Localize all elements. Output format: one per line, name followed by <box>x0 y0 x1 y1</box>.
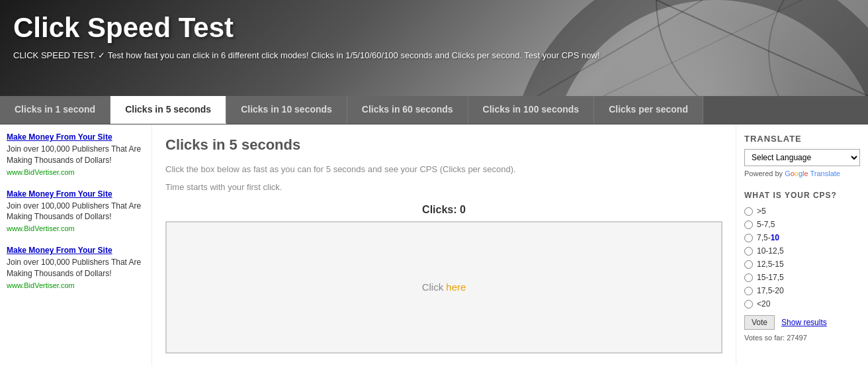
vote-button[interactable]: Vote <box>744 315 775 330</box>
page-title: Click Speed Test <box>13 12 855 44</box>
cps-option-7-10: 7,5-10 <box>744 233 860 242</box>
tab-5s[interactable]: Clicks in 5 seconds <box>110 96 226 124</box>
powered-by: Powered by Google Translate <box>744 170 860 177</box>
cps-option-12-15-label: 12,5-15 <box>757 260 784 269</box>
click-box[interactable]: Click here <box>165 221 722 354</box>
translate-label: TRANSLATE <box>744 134 860 144</box>
cps-radio-10-12[interactable] <box>744 247 753 256</box>
ad-url-2: www.BidVertiser.com <box>7 224 145 232</box>
translate-section: TRANSLATE Select Language Powered by Goo… <box>744 134 860 177</box>
cps-option-15-17-label: 15-17,5 <box>757 273 784 282</box>
google-logo: Google <box>785 170 810 177</box>
header-subtitle: CLICK SPEED TEST. ✓ Test how fast you ca… <box>13 50 855 60</box>
cps-option-lt20: <20 <box>744 299 860 309</box>
ad-link-2[interactable]: Make Money From Your Site <box>7 189 145 199</box>
content-desc-1: Click the box below as fast as you can f… <box>165 163 722 177</box>
page-header: Click Speed Test CLICK SPEED TEST. ✓ Tes… <box>0 0 868 96</box>
tab-100s[interactable]: Clicks in 100 seconds <box>468 96 595 124</box>
cps-option-5-7: 5-7,5 <box>744 220 860 229</box>
show-results-link[interactable]: Show results <box>781 318 827 327</box>
cps-radio-15-17[interactable] <box>744 273 753 282</box>
ad-block-1: Make Money From Your Site Join over 100,… <box>7 132 145 176</box>
cps-label: WHAT IS YOUR CPS? <box>744 191 860 200</box>
cps-radio-5-7[interactable] <box>744 220 753 229</box>
cps-option-15-17: 15-17,5 <box>744 273 860 282</box>
ad-link-1[interactable]: Make Money From Your Site <box>7 132 145 142</box>
cps-option-10-12-label: 10-12,5 <box>757 246 784 256</box>
cps-section: WHAT IS YOUR CPS? >5 5-7,5 7,5-10 10-12,… <box>744 191 860 342</box>
ad-block-2: Make Money From Your Site Join over 100,… <box>7 189 145 233</box>
nav-tabs: Clicks in 1 second Clicks in 5 seconds C… <box>0 96 868 124</box>
cps-option-17-20-label: 17,5-20 <box>757 286 784 295</box>
cps-radio-12-15[interactable] <box>744 260 753 269</box>
cps-option-17-20: 17,5-20 <box>744 286 860 295</box>
click-here-link: here <box>446 281 466 293</box>
tab-1s[interactable]: Clicks in 1 second <box>0 96 110 124</box>
vote-row: Vote Show results <box>744 315 860 330</box>
sidebar-right: TRANSLATE Select Language Powered by Goo… <box>736 124 868 365</box>
cps-option-7-10-label: 7,5-10 <box>757 233 779 242</box>
main-content: Clicks in 5 seconds Click the box below … <box>152 124 736 365</box>
clicks-counter: Clicks: 0 <box>165 204 722 216</box>
ad-url-3: www.BidVertiser.com <box>7 281 145 289</box>
tab-10s[interactable]: Clicks in 10 seconds <box>226 96 347 124</box>
ad-text-1: Join over 100,000 Publishers That Are Ma… <box>7 144 141 165</box>
content-title: Clicks in 5 seconds <box>165 136 722 154</box>
cps-radio-17-20[interactable] <box>744 287 753 295</box>
ad-text-2: Join over 100,000 Publishers That Are Ma… <box>7 201 141 222</box>
ad-url-1: www.BidVertiser.com <box>7 168 145 176</box>
main-layout: Make Money From Your Site Join over 100,… <box>0 124 868 365</box>
cps-radio-7-10[interactable] <box>744 234 753 242</box>
cps-radio-lt20[interactable] <box>744 300 753 309</box>
cps-option-gt5: >5 <box>744 207 860 216</box>
click-here-text: Click here <box>422 281 466 293</box>
votes-so-far: Votes so far: 27497 <box>744 334 860 342</box>
translate-word: Translate <box>810 170 840 177</box>
tab-cps[interactable]: Clicks per second <box>594 96 703 124</box>
language-select[interactable]: Select Language <box>744 149 860 166</box>
powered-by-text: Powered by <box>744 170 783 177</box>
cps-option-lt20-label: <20 <box>757 299 770 309</box>
tab-60s[interactable]: Clicks in 60 seconds <box>347 96 468 124</box>
content-desc-2: Time starts with your first click. <box>165 181 722 195</box>
cps-radio-gt5[interactable] <box>744 207 753 216</box>
ad-link-3[interactable]: Make Money From Your Site <box>7 246 145 255</box>
cps-option-gt5-label: >5 <box>757 207 766 216</box>
cps-highlight-10: 10 <box>771 233 779 242</box>
sidebar-left: Make Money From Your Site Join over 100,… <box>0 124 152 365</box>
ad-block-3: Make Money From Your Site Join over 100,… <box>7 246 145 289</box>
cps-option-12-15: 12,5-15 <box>744 260 860 269</box>
cps-option-10-12: 10-12,5 <box>744 246 860 256</box>
ad-text-3: Join over 100,000 Publishers That Are Ma… <box>7 258 141 278</box>
cps-option-5-7-label: 5-7,5 <box>757 220 775 229</box>
